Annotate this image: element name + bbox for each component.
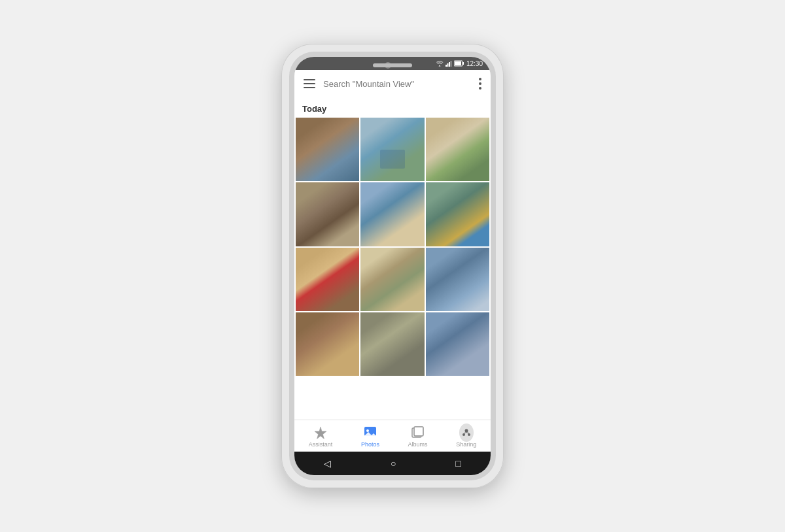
- sharing-icon: [459, 425, 474, 440]
- phone-device: 12:30: [281, 44, 504, 488]
- albums-icon: [411, 425, 425, 440]
- svg-line-23: [464, 433, 466, 434]
- photo-area: Today: [294, 97, 491, 420]
- search-bar: [294, 70, 491, 97]
- svg-rect-3: [450, 61, 451, 67]
- status-icons: 12:30: [436, 60, 483, 67]
- photo-cell[interactable]: [296, 182, 359, 246]
- android-nav-bar: ◁ ○ □: [294, 452, 491, 475]
- svg-rect-18: [414, 427, 423, 436]
- photo-cell[interactable]: [426, 248, 489, 311]
- svg-marker-13: [315, 427, 326, 439]
- svg-point-22: [468, 433, 470, 436]
- photos-icon: [363, 425, 377, 440]
- svg-rect-6: [462, 62, 464, 65]
- status-time: 12:30: [466, 60, 483, 67]
- assistant-icon: [313, 425, 328, 440]
- nav-label-sharing: Sharing: [456, 441, 476, 448]
- battery-icon: [454, 60, 464, 67]
- svg-rect-1: [447, 63, 448, 67]
- nav-item-assistant[interactable]: Assistant: [304, 424, 338, 449]
- photo-cell[interactable]: [426, 182, 489, 246]
- photo-cell[interactable]: [360, 182, 424, 246]
- earpiece: [373, 63, 412, 67]
- svg-point-12: [479, 87, 481, 90]
- bottom-nav: Assistant Photos: [294, 420, 491, 452]
- phone-screen: 12:30: [294, 57, 491, 475]
- photo-grid: [294, 118, 491, 376]
- signal-icon: [445, 60, 452, 67]
- phone-inner: 12:30: [289, 52, 496, 480]
- nav-label-albums: Albums: [408, 441, 428, 448]
- photo-cell[interactable]: [296, 248, 359, 311]
- svg-point-10: [479, 78, 481, 80]
- svg-point-11: [479, 82, 481, 85]
- home-button[interactable]: ○: [383, 456, 404, 471]
- back-button[interactable]: ◁: [316, 456, 339, 471]
- recents-button[interactable]: □: [447, 456, 468, 471]
- nav-item-photos[interactable]: Photos: [356, 424, 385, 449]
- nav-item-albums[interactable]: Albums: [403, 424, 433, 449]
- svg-point-15: [366, 429, 369, 432]
- svg-rect-7: [304, 79, 315, 80]
- section-label-today: Today: [294, 97, 491, 118]
- photo-cell[interactable]: [360, 248, 424, 311]
- photo-cell[interactable]: [426, 312, 489, 376]
- nav-label-assistant: Assistant: [309, 441, 333, 448]
- photo-cell[interactable]: [296, 118, 359, 181]
- photo-cell[interactable]: [360, 312, 424, 376]
- svg-rect-8: [304, 83, 315, 84]
- nav-item-sharing[interactable]: Sharing: [451, 424, 481, 449]
- wifi-icon: [436, 60, 444, 67]
- photo-cell[interactable]: [360, 118, 424, 181]
- svg-rect-9: [304, 87, 315, 88]
- menu-icon[interactable]: [301, 76, 318, 91]
- svg-rect-0: [445, 65, 447, 67]
- photo-cell[interactable]: [296, 312, 359, 376]
- photo-cell[interactable]: [426, 118, 489, 181]
- search-input[interactable]: [323, 79, 471, 89]
- svg-point-20: [464, 429, 468, 433]
- svg-line-24: [466, 433, 469, 434]
- nav-label-photos: Photos: [361, 441, 379, 448]
- more-icon[interactable]: [476, 75, 484, 92]
- svg-rect-2: [449, 62, 450, 67]
- svg-rect-5: [455, 61, 461, 65]
- svg-point-21: [462, 433, 465, 436]
